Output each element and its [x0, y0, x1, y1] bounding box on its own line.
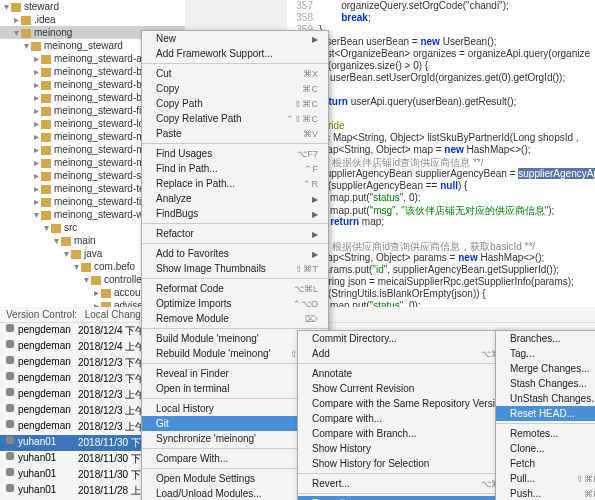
menu-item[interactable]: UnStash Changes... — [496, 391, 595, 406]
menu-item[interactable]: Merge Changes... — [496, 361, 595, 376]
menu-item[interactable]: Find in Path...⌃F — [142, 161, 328, 176]
menu-item[interactable]: Reformat Code⌥⌘L — [142, 281, 328, 296]
folder-icon — [41, 172, 51, 181]
folder-icon — [41, 94, 51, 103]
code-editor[interactable]: 3573583593603613623633643653663673683693… — [287, 0, 595, 307]
folder-icon — [101, 289, 111, 298]
folder-icon — [21, 29, 31, 38]
folder-icon — [41, 146, 51, 155]
menu-item[interactable]: Compare with... — [298, 411, 516, 426]
menu-item[interactable]: Compare with Branch... — [298, 426, 516, 441]
menu-item[interactable]: Paste⌘V — [142, 126, 328, 141]
context-menu-git[interactable]: Commit Directory...Add⌥⌘AAnnotateShow Cu… — [297, 330, 517, 500]
folder-icon — [41, 120, 51, 129]
menu-item[interactable]: Replace in Path...⌃R — [142, 176, 328, 191]
commit-icon — [6, 420, 14, 428]
commit-icon — [6, 340, 14, 348]
menu-item[interactable]: Add⌥⌘A — [298, 346, 516, 361]
folder-icon — [41, 55, 51, 64]
menu-item[interactable]: FindBugs▶ — [142, 206, 328, 221]
menu-item[interactable]: Pull...⇧⌘P — [496, 471, 595, 486]
folder-icon — [41, 107, 51, 116]
folder-icon — [41, 68, 51, 77]
menu-item[interactable]: Show History — [298, 441, 516, 456]
menu-item[interactable]: Show History for Selection — [298, 456, 516, 471]
menu-item[interactable]: Add Framework Support... — [142, 46, 328, 61]
commit-icon — [6, 324, 14, 332]
menu-item[interactable]: Clone... — [496, 441, 595, 456]
menu-item[interactable]: Copy⌘C — [142, 81, 328, 96]
folder-icon — [11, 3, 21, 12]
menu-item[interactable]: Remove Module⌦ — [142, 311, 328, 326]
menu-item[interactable]: Compare with the Same Repository Version — [298, 396, 516, 411]
context-menu-repository[interactable]: Branches...Tag...Merge Changes...Stash C… — [495, 330, 595, 500]
menu-item[interactable]: Analyze▶ — [142, 191, 328, 206]
folder-icon — [41, 185, 51, 194]
folder-icon — [41, 159, 51, 168]
menu-item[interactable]: Show Image Thumbnails⇧⌘T — [142, 261, 328, 276]
menu-item[interactable]: Copy Path⇧⌘C — [142, 96, 328, 111]
menu-item[interactable]: Fetch — [496, 456, 595, 471]
menu-item[interactable]: Revert...⌥⌘Z — [298, 476, 516, 491]
menu-item[interactable]: Cut⌘X — [142, 66, 328, 81]
folder-icon — [31, 42, 41, 51]
commit-icon — [6, 484, 14, 492]
commit-icon — [6, 388, 14, 396]
menu-item[interactable]: Copy Relative Path⌃⇧⌘C — [142, 111, 328, 126]
commit-icon — [6, 452, 14, 460]
commit-icon — [6, 356, 14, 364]
menu-item[interactable]: Repository▶ — [298, 496, 516, 500]
tree-item[interactable]: ▸.idea — [0, 13, 185, 26]
folder-icon — [91, 276, 101, 285]
menu-item[interactable]: Remotes... — [496, 426, 595, 441]
menu-item[interactable]: Add to Favorites▶ — [142, 246, 328, 261]
folder-icon — [41, 198, 51, 207]
menu-item[interactable]: Refactor▶ — [142, 226, 328, 241]
menu-item[interactable]: Stash Changes... — [496, 376, 595, 391]
folder-icon — [41, 81, 51, 90]
folder-icon — [71, 250, 81, 259]
menu-item[interactable]: Tag... — [496, 346, 595, 361]
folder-icon — [41, 133, 51, 142]
commit-icon — [6, 404, 14, 412]
commit-icon — [6, 436, 14, 444]
folder-icon — [21, 16, 31, 25]
folder-icon — [61, 237, 71, 246]
folder-icon — [41, 211, 51, 220]
menu-item[interactable]: Branches... — [496, 331, 595, 346]
tree-item[interactable]: ▾steward — [0, 0, 185, 13]
menu-item[interactable]: Show Current Revision — [298, 381, 516, 396]
folder-icon — [81, 263, 91, 272]
menu-item[interactable]: Commit Directory... — [298, 331, 516, 346]
menu-item[interactable]: Optimize Imports⌃⌥O — [142, 296, 328, 311]
menu-item[interactable]: Annotate — [298, 366, 516, 381]
menu-item[interactable]: New▶ — [142, 31, 328, 46]
menu-item[interactable]: Reset HEAD... — [496, 406, 595, 421]
commit-icon — [6, 372, 14, 380]
menu-item[interactable]: Push...⌘K — [496, 486, 595, 500]
menu-item[interactable]: Find Usages⌥F7 — [142, 146, 328, 161]
commit-icon — [6, 468, 14, 476]
folder-icon — [51, 224, 61, 233]
